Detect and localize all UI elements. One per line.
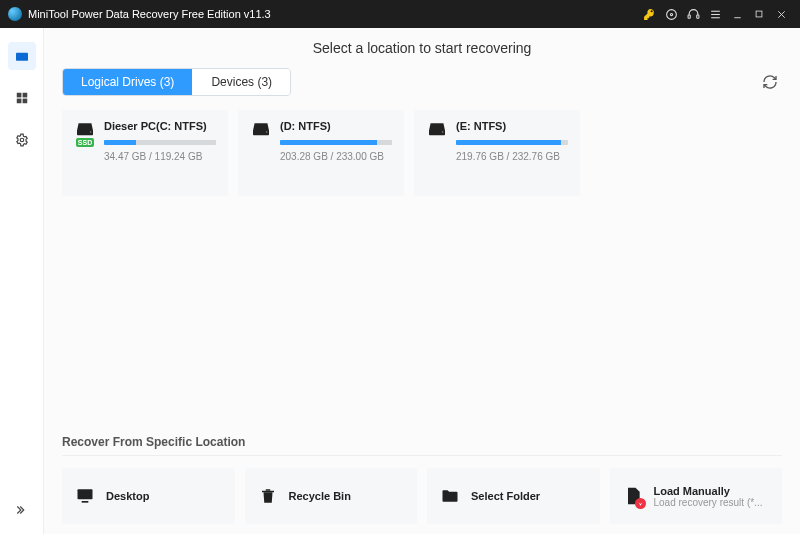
svg-point-18 xyxy=(90,131,92,133)
close-button[interactable] xyxy=(770,3,792,25)
location-label: Desktop xyxy=(106,490,149,502)
location-label: Load Manually xyxy=(654,485,763,497)
drive-name: Dieser PC(C: NTFS) xyxy=(104,120,216,132)
drive-icon xyxy=(251,120,271,136)
window-title: MiniTool Power Data Recovery Free Editio… xyxy=(28,8,271,20)
svg-rect-8 xyxy=(756,11,762,17)
location-desktop[interactable]: Desktop xyxy=(62,468,235,524)
support-icon[interactable] xyxy=(682,3,704,25)
svg-rect-12 xyxy=(16,57,28,60)
app-logo-icon xyxy=(8,7,22,21)
location-recycle-bin[interactable]: Recycle Bin xyxy=(245,468,418,524)
drive-size-text: 219.76 GB / 232.76 GB xyxy=(456,151,568,162)
load-icon xyxy=(622,485,644,507)
drive-card[interactable]: (D: NTFS) 203.28 GB / 233.00 GB xyxy=(238,110,404,196)
location-label: Select Folder xyxy=(471,490,540,502)
svg-rect-2 xyxy=(688,15,690,18)
window-titlebar: MiniTool Power Data Recovery Free Editio… xyxy=(0,0,800,28)
drive-usage-bar xyxy=(104,140,216,145)
drive-card[interactable]: SSD Dieser PC(C: NTFS) 34.47 GB / 119.24… xyxy=(62,110,228,196)
location-select-folder[interactable]: Select Folder xyxy=(427,468,600,524)
sidebar-collapse-icon[interactable] xyxy=(8,496,36,524)
tab-devices[interactable]: Devices (3) xyxy=(192,69,290,95)
svg-point-23 xyxy=(635,498,646,509)
sidebar-item-apps[interactable] xyxy=(8,84,36,112)
sidebar-item-recovery[interactable] xyxy=(8,42,36,70)
svg-point-0 xyxy=(666,9,676,19)
svg-rect-22 xyxy=(82,501,89,503)
maximize-button[interactable] xyxy=(748,3,770,25)
svg-rect-13 xyxy=(16,93,21,98)
drive-name: (D: NTFS) xyxy=(280,120,392,132)
section-specific-title: Recover From Specific Location xyxy=(62,427,782,449)
menu-icon[interactable] xyxy=(704,3,726,25)
disc-icon[interactable] xyxy=(660,3,682,25)
folder-icon xyxy=(439,485,461,507)
drive-card[interactable]: (E: NTFS) 219.76 GB / 232.76 GB xyxy=(414,110,580,196)
drive-size-text: 203.28 GB / 233.00 GB xyxy=(280,151,392,162)
sidebar-item-settings[interactable] xyxy=(8,126,36,154)
refresh-button[interactable] xyxy=(758,70,782,94)
location-label: Recycle Bin xyxy=(289,490,351,502)
left-sidebar xyxy=(0,28,44,534)
trash-icon xyxy=(257,485,279,507)
drives-list: SSD Dieser PC(C: NTFS) 34.47 GB / 119.24… xyxy=(62,110,782,196)
svg-rect-14 xyxy=(22,93,27,98)
ssd-badge: SSD xyxy=(76,138,94,147)
minimize-button[interactable] xyxy=(726,3,748,25)
drive-icon xyxy=(427,120,447,136)
location-load-manually[interactable]: Load Manually Load recovery result (*... xyxy=(610,468,783,524)
svg-point-19 xyxy=(266,131,268,133)
desktop-icon xyxy=(74,485,96,507)
license-key-icon[interactable] xyxy=(638,3,660,25)
svg-rect-16 xyxy=(22,99,27,104)
svg-point-20 xyxy=(442,131,444,133)
tab-logical-drives[interactable]: Logical Drives (3) xyxy=(63,69,192,95)
location-subtext: Load recovery result (*... xyxy=(654,497,763,508)
drive-usage-bar xyxy=(456,140,568,145)
drive-usage-bar xyxy=(280,140,392,145)
drive-size-text: 34.47 GB / 119.24 GB xyxy=(104,151,216,162)
svg-rect-3 xyxy=(696,15,698,18)
drive-tabs: Logical Drives (3) Devices (3) xyxy=(62,68,291,96)
svg-point-1 xyxy=(670,13,672,15)
svg-point-17 xyxy=(20,138,24,142)
page-heading: Select a location to start recovering xyxy=(62,36,782,68)
drive-icon xyxy=(75,120,95,136)
divider xyxy=(62,455,782,456)
svg-rect-21 xyxy=(78,489,93,499)
drive-name: (E: NTFS) xyxy=(456,120,568,132)
svg-rect-15 xyxy=(16,99,21,104)
